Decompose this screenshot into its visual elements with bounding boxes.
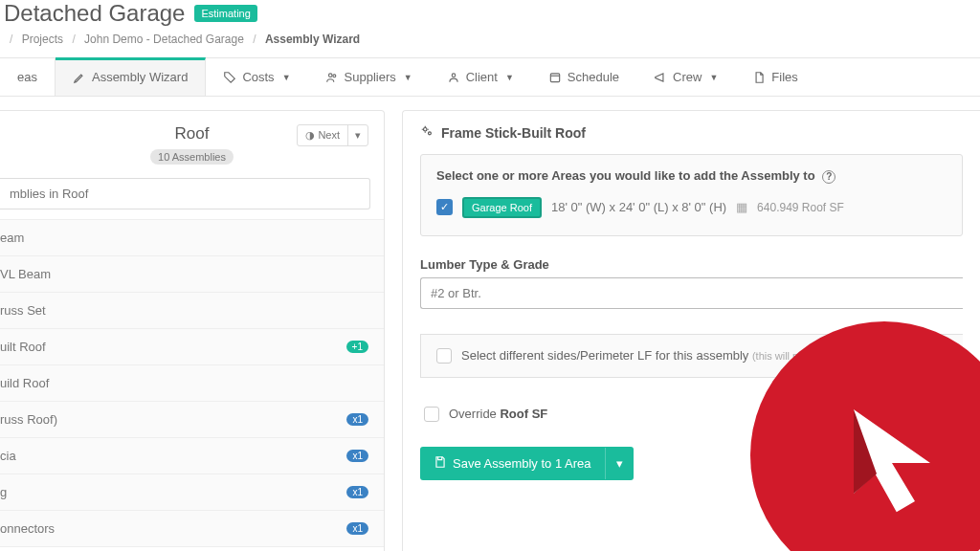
users-icon [325,71,339,84]
svg-point-1 [332,74,335,77]
help-icon[interactable]: ? [822,170,835,184]
user-icon [447,71,460,84]
assembly-item[interactable]: russ Set [0,293,384,329]
tag-icon [223,71,236,84]
files-icon [752,71,766,84]
save-button[interactable]: Save Assembly to 1 Area ▾ [420,447,634,480]
assembly-item-label: cia [0,449,16,463]
assembly-item[interactable]: uild Roof [0,365,384,402]
breadcrumb-projects[interactable]: Projects [22,33,63,46]
search-input[interactable] [0,178,370,209]
tab-areas[interactable]: eas [0,58,56,96]
show-hide-divisions[interactable]: Show/Hide Divisions [0,547,384,551]
svg-point-4 [424,128,428,132]
tab-client[interactable]: Client▼ [430,58,531,96]
svg-point-2 [452,73,456,77]
next-button[interactable]: ◑ Next ▾ [297,124,368,146]
svg-rect-3 [550,73,559,81]
breadcrumb-project[interactable]: John Demo - Detached Garage [84,33,244,46]
sidebar-subtitle: 10 Assemblies [150,149,234,165]
save-icon [434,455,447,472]
pencil-icon [73,71,86,84]
count-pill: x1 [346,486,368,498]
assembly-item-label: russ Set [0,303,46,318]
lumber-input[interactable] [420,277,963,309]
area-tag[interactable]: Garage Roof [462,197,542,218]
tab-assembly-wizard[interactable]: Assembly Wizard [56,57,206,96]
assembly-item[interactable]: ciax1 [0,438,384,474]
svg-point-5 [428,132,431,135]
tab-suppliers[interactable]: Suppliers▼ [308,58,430,96]
assembly-sidebar: Roof 10 Assemblies ◑ Next ▾ eamVL Beamru… [0,110,385,551]
count-pill: x1 [346,413,368,426]
count-pill: +1 [346,341,368,353]
perimeter-checkbox[interactable] [436,348,452,364]
status-badge: Estimating [194,5,256,22]
assembly-item[interactable]: gx1 [0,474,384,511]
assembly-item[interactable]: VL Beam [0,256,384,293]
assembly-item-label: eam [0,231,24,245]
assembly-item[interactable]: uilt Roof+1 [0,329,384,365]
breadcrumb: / Projects / John Demo - Detached Garage… [0,33,980,57]
area-dimensions: 18' 0" (W) x 24' 0" (L) x 8' 0" (H) [551,200,726,214]
area-calc-value: 640.949 Roof SF [757,201,844,214]
breadcrumb-current: Assembly Wizard [265,33,360,46]
override-label: Override Roof SF [449,407,547,421]
count-pill: x1 [346,450,368,462]
area-select-heading: Select one or more Areas you would like … [436,168,947,184]
tab-bar: eas Assembly Wizard Costs▼ Suppliers▼ Cl… [0,57,980,97]
chevron-down-icon[interactable]: ▾ [605,448,634,479]
chevron-down-icon[interactable]: ▾ [348,125,368,145]
form-title: Frame Stick-Built Roof [441,125,586,141]
assembly-item-label: g [0,485,7,499]
gears-icon [420,124,434,141]
assembly-item[interactable]: onnectorsx1 [0,511,384,547]
svg-point-0 [328,73,332,77]
tab-schedule[interactable]: Schedule [531,58,636,96]
tab-crew[interactable]: Crew▼ [636,58,735,96]
assembly-item-label: VL Beam [0,267,51,281]
assembly-item-label: russ Roof) [0,412,57,427]
assembly-item[interactable]: russ Roof)x1 [0,402,384,438]
assembly-item[interactable]: eam [0,219,384,256]
assembly-item-label: uild Roof [0,376,49,390]
calculator-icon: ▦ [736,200,747,214]
page-title: Detached Garage [4,0,185,27]
tab-files[interactable]: Files [735,58,814,96]
assembly-item-label: uilt Roof [0,340,46,354]
override-checkbox[interactable] [424,407,439,422]
tab-costs[interactable]: Costs▼ [206,58,307,96]
lumber-label: Lumber Type & Grade [420,257,963,272]
megaphone-icon [654,71,667,84]
count-pill: x1 [346,522,368,535]
area-checkbox[interactable]: ✓ [436,199,453,215]
calendar-icon [548,71,562,84]
assembly-item-label: onnectors [0,521,55,536]
